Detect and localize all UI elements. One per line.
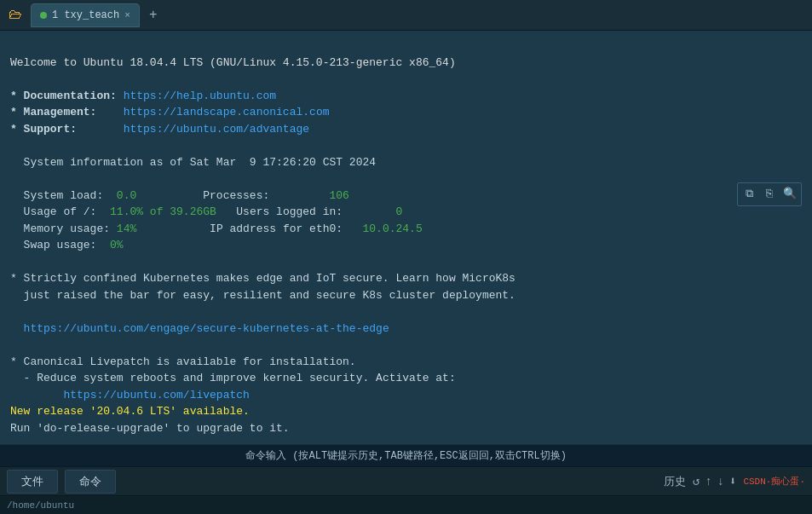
bottom-icon-group: ↺ ↑ ↓ ⬇ (693, 474, 737, 488)
terminal-content: Welcome to Ubuntu 18.04.4 LTS (GNU/Linux… (10, 38, 802, 444)
proc-label: Processes: (203, 189, 269, 202)
mem-label: Memory usage: (10, 222, 110, 235)
status-bar: /home/ubuntu (0, 495, 812, 514)
csdn-badge: CSDN·痴心蛋· (743, 475, 805, 488)
search-button[interactable]: 🔍 (780, 185, 799, 204)
tab-close-button[interactable]: × (124, 10, 130, 20)
sysload-label: System load: (10, 189, 103, 202)
terminal-area[interactable]: Welcome to Ubuntu 18.04.4 LTS (GNU/Linux… (0, 31, 812, 444)
doc-url: https://help.ubuntu.com (124, 90, 276, 102)
sysload-val: 0.0 (117, 189, 136, 202)
commands-tab[interactable]: 命令 (65, 470, 116, 494)
tab-label: 1 txy_teach (52, 9, 119, 21)
support-url: https://ubuntu.com/advantage (124, 123, 309, 136)
tab-status-dot (40, 12, 47, 19)
release-line1: New release '20.04.6 LTS' available. (10, 405, 250, 418)
k8s-line1: * Strictly confined Kubernetes makes edg… (10, 272, 515, 285)
usage-val: 11.0% of 39.26GB (110, 205, 216, 218)
usage-label: Usage of /: (10, 205, 96, 218)
refresh-icon[interactable]: ↺ (693, 474, 700, 488)
mem-val: 14% (117, 222, 136, 235)
cmd-hint-text: 命令输入 (按ALT键提示历史,TAB键路径,ESC返回回,双击CTRL切换) (245, 450, 567, 462)
ip-val: 10.0.24.5 (363, 222, 423, 235)
current-path: /home/ubuntu (7, 500, 74, 511)
download2-icon[interactable]: ⬇ (729, 474, 736, 488)
swap-label: Swap usage: (10, 239, 96, 251)
k8s-url: https://ubuntu.com/engage/secure-kuberne… (10, 322, 389, 335)
files-tab[interactable]: 文件 (7, 470, 58, 494)
upload-icon[interactable]: ↑ (705, 475, 711, 488)
logged-label: Users logged in: (236, 205, 343, 218)
livepatch-line1: * Canonical Livepatch is available for i… (10, 355, 356, 368)
terminal-toolbar: ⧉ ⎘ 🔍 (737, 182, 802, 206)
terminal-tab[interactable]: 1 txy_teach × (31, 3, 140, 27)
release-line2: Run 'do-release-upgrade' to upgrade to i… (10, 422, 290, 435)
support-label: * Support: (10, 123, 77, 136)
copy-screen-button[interactable]: ⧉ (740, 185, 758, 204)
welcome-line: Welcome to Ubuntu 18.04.4 LTS (GNU/Linux… (10, 56, 456, 69)
history-label[interactable]: 历史 (664, 474, 686, 489)
folder-icon: 🗁 (3, 3, 27, 27)
cmd-hint-bar: 命令输入 (按ALT键提示历史,TAB键路径,ESC返回回,双击CTRL切换) (0, 444, 812, 466)
livepatch-line2: - Reduce system reboots and improve kern… (10, 372, 456, 384)
doc-label: * Documentation: (10, 90, 117, 102)
mgmt-url: https://landscape.canonical.com (124, 106, 330, 118)
tab-bar: 🗁 1 txy_teach × + (0, 0, 812, 31)
logged-val: 0 (396, 205, 403, 218)
copy-button[interactable]: ⎘ (760, 185, 779, 204)
bottom-bar: 文件 命令 历史 ↺ ↑ ↓ ⬇ CSDN·痴心蛋· (0, 466, 812, 495)
k8s-line2: just raised the bar for easy, resilient … (10, 289, 515, 302)
swap-val: 0% (110, 239, 124, 251)
download-icon[interactable]: ↓ (717, 475, 724, 488)
ip-label: IP address for eth0: (210, 222, 343, 235)
mgmt-label: * Management: (10, 106, 96, 118)
bottom-right-area: 历史 ↺ ↑ ↓ ⬇ CSDN·痴心蛋· (664, 474, 805, 489)
new-tab-button[interactable]: + (143, 5, 164, 26)
livepatch-url: https://ubuntu.com/livepatch (37, 389, 250, 401)
proc-val: 106 (330, 189, 349, 202)
sysinfo-line: System information as of Sat Mar 9 17:26… (10, 156, 376, 169)
